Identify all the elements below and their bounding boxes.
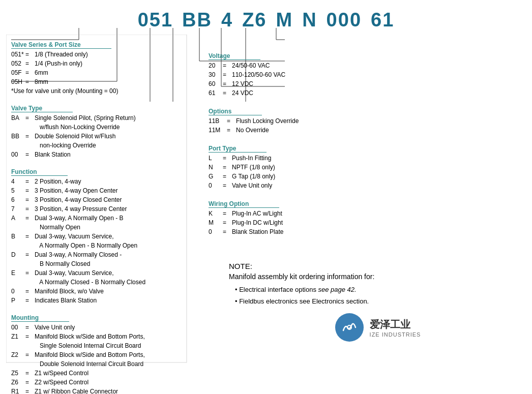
port-type-entry-n: N = NPTF (1/8 only) (209, 163, 527, 172)
options-section: Options 11B = Flush Locking Override 11M… (209, 103, 527, 135)
part-num-8: 61 (371, 9, 394, 31)
mounting-entry-00: 00 = Valve Unit only (11, 323, 193, 332)
voltage-entry-30: 30 = 110-120/50-60 VAC (209, 70, 527, 79)
voltage-entry-20: 20 = 24/50-60 VAC (209, 61, 527, 70)
mounting-entry-z2: Z2 = Manifold Block w/Side and Bottom Po… (11, 350, 193, 369)
function-entry-d: D = Dual 3-way, A Normally Closed - B No… (11, 250, 193, 268)
options-entry-11m: 11M = No Override (209, 126, 527, 135)
part-num-3: 4 (221, 9, 233, 31)
function-entry-a: A = Dual 3-way, A Normally Open - B Norm… (11, 214, 193, 232)
note-subtitle: Manifold assembly kit ordering informati… (229, 272, 527, 281)
part-num-7: 000 (327, 9, 362, 31)
voltage-section: Voltage 20 = 24/50-60 VAC 30 = 110-120/5… (209, 47, 527, 98)
valve-type-header: Valve Type (11, 105, 73, 112)
mounting-entry-z6: Z6 = Z2 w/Speed Control (11, 378, 193, 387)
function-entry-0: 0 = Manifold Block, w/o Valve (11, 287, 193, 296)
wiring-entry-0: 0 = Blank Station Plate (209, 227, 527, 236)
port-type-entry-g: G = G Tap (1/8 only) (209, 172, 527, 181)
right-column: Voltage 20 = 24/50-60 VAC 30 = 110-120/5… (193, 36, 527, 394)
logo-text: 爱泽工业 IZE INDUSTRIES (370, 318, 421, 338)
part-num-2: BB (182, 9, 212, 31)
voltage-entry-60: 60 = 12 VDC (209, 79, 527, 88)
function-header: Function (11, 168, 68, 176)
part-number-header: 051 BB 4 Z6 M N 000 61 (5, 5, 527, 31)
mounting-entry-z5: Z5 = Z1 w/Speed Control (11, 369, 193, 378)
part-num-6: N (302, 9, 317, 31)
options-header: Options (209, 108, 262, 115)
mounting-entry-z1: Z1 = Manifold Block w/Side and Bottom Po… (11, 332, 193, 350)
note-bullet-2: • Fieldbus electronics see Electronics s… (235, 297, 527, 305)
page: 051 BB 4 Z6 M N 000 61 (0, 0, 532, 394)
wiring-entry-m: M = Plug-In DC w/Light (209, 218, 527, 227)
logo-icon (335, 313, 364, 342)
valve-type-entry-ba: BA = Single Solenoid Pilot, (Spring Retu… (11, 113, 193, 132)
function-entry-p: P = Indicates Blank Station (11, 296, 193, 305)
logo-area: 爱泽工业 IZE INDUSTRIES (229, 313, 527, 342)
valve-type-entry-00: 00 = Blank Station (11, 150, 193, 159)
part-num-4: Z6 (242, 9, 267, 31)
mounting-entry-r1: R1 = Z1 w/ Ribbon Cable Connector (11, 387, 193, 394)
note-bullet-1: • Electrical interface options see page … (235, 286, 527, 293)
left-column: Valve Series & Port Size 051* = 1/8 (Thr… (5, 36, 193, 394)
valve-series-section: Valve Series & Port Size 051* = 1/8 (Thr… (11, 36, 193, 96)
part-num-1: 051 (138, 9, 173, 31)
voltage-entry-61: 61 = 24 VDC (209, 88, 527, 98)
function-entry-b: B = Dual 3-way, Vacuum Service, A Normal… (11, 232, 193, 250)
function-entry-7: 7 = 3 Position, 4 way Pressure Center (11, 204, 193, 214)
port-type-section: Port Type L = Push-In Fitting N = NPTF (… (209, 140, 527, 190)
valve-type-section: Valve Type BA = Single Solenoid Pilot, (… (11, 100, 193, 159)
options-entry-11b: 11B = Flush Locking Override (209, 116, 527, 126)
logo-chinese: 爱泽工业 (370, 318, 421, 331)
valve-series-note: *Use for valve unit only (Mounting = 00) (11, 86, 193, 96)
function-entry-4: 4 = 2 Position, 4-way (11, 177, 193, 186)
mounting-section: Mounting 00 = Valve Unit only Z1 = Manif… (11, 309, 193, 394)
note-title: NOTE: (229, 262, 527, 270)
valve-series-entry-2: 05F = 6mm (11, 68, 193, 77)
valve-series-header: Valve Series & Port Size (11, 41, 111, 49)
valve-series-entry-1: 052 = 1/4 (Push-in only) (11, 59, 193, 68)
logo-english: IZE INDUSTRIES (370, 331, 421, 338)
port-type-entry-0: 0 = Valve Unit only (209, 181, 527, 190)
wiring-option-header: Wiring Option (209, 200, 279, 208)
function-entry-5: 5 = 3 Position, 4-way Open Center (11, 186, 193, 195)
part-num-5: M (276, 9, 293, 31)
port-type-entry-l: L = Push-In Fitting (209, 154, 527, 163)
wiring-option-section: Wiring Option K = Plug-In AC w/Light M =… (209, 195, 527, 236)
function-section: Function 4 = 2 Position, 4-way 5 = 3 Pos… (11, 163, 193, 305)
mounting-header: Mounting (11, 314, 69, 322)
note-section: NOTE: Manifold assembly kit ordering inf… (229, 262, 527, 342)
function-entry-e: E = Dual 3-way, Vacuum Service, A Normal… (11, 268, 193, 287)
port-type-header: Port Type (209, 145, 267, 153)
voltage-header: Voltage (209, 52, 260, 60)
valve-series-entry-3: 05H = 8mm (11, 77, 193, 86)
valve-type-entry-bb: BB = Double Solenoid Pilot w/Flush non-l… (11, 132, 193, 150)
function-entry-6: 6 = 3 Position, 4-way Closed Center (11, 195, 193, 204)
wiring-entry-k: K = Plug-In AC w/Light (209, 209, 527, 218)
valve-series-entry-0: 051* = 1/8 (Threaded only) (11, 50, 193, 59)
